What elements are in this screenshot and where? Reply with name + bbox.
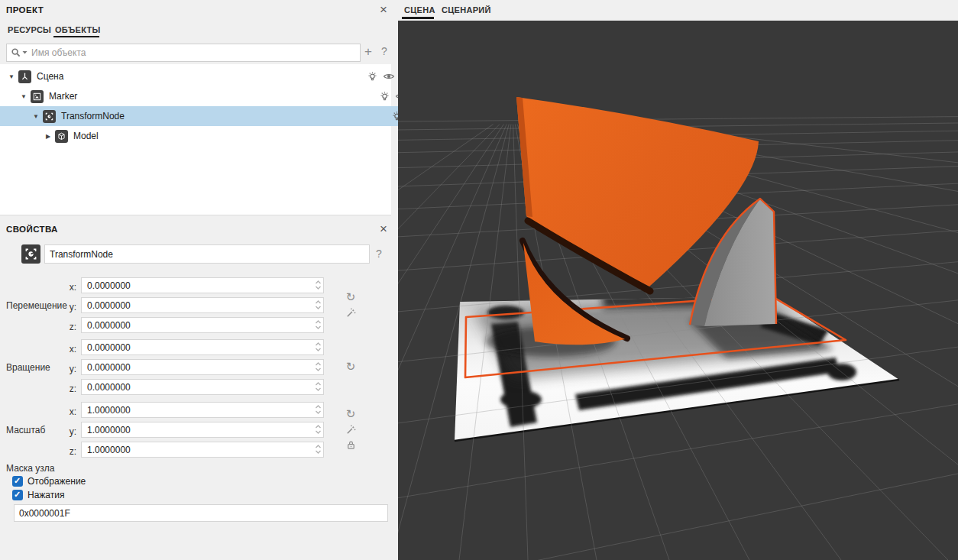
display-checkbox[interactable]: Отображение: [12, 476, 86, 487]
axis-label: z:: [55, 322, 76, 332]
tab-objects[interactable]: ОБЪЕКТЫ: [55, 25, 101, 34]
rotation-z-field[interactable]: [81, 379, 324, 395]
reset-translation-icon[interactable]: ↻: [344, 290, 358, 304]
spinner-icon[interactable]: [315, 299, 322, 314]
tree-item-model[interactable]: ▶ Model: [0, 126, 434, 146]
marker-icon: [31, 90, 44, 103]
rotation-group-label: Вращение: [6, 362, 50, 373]
object-tree: ▼ Сцена ▼ Marker: [0, 64, 391, 215]
scale-z-input[interactable]: [81, 442, 324, 458]
translation-y-input[interactable]: [81, 297, 324, 313]
spinner-icon[interactable]: [315, 279, 322, 294]
lock-scale-icon[interactable]: [344, 438, 358, 452]
translation-z-field[interactable]: [81, 317, 324, 333]
rotation-x-input[interactable]: [81, 339, 324, 355]
scene-viewport[interactable]: [398, 21, 958, 560]
transform-icon: [43, 110, 56, 123]
properties-close-icon[interactable]: ×: [380, 224, 387, 235]
axis-label: y:: [55, 364, 76, 374]
active-viewport-tab-underline: [402, 17, 434, 19]
project-close-icon[interactable]: ×: [380, 5, 387, 15]
rotation-x-field[interactable]: [81, 339, 324, 355]
spinner-icon[interactable]: [315, 443, 322, 458]
model-cube-icon: [55, 130, 68, 143]
rotation-y-field[interactable]: [81, 359, 324, 375]
scale-x-input[interactable]: [81, 402, 324, 418]
expand-arrow-icon[interactable]: ▼: [18, 93, 29, 100]
reset-scale-icon[interactable]: ↻: [344, 407, 358, 421]
axis-label: x:: [55, 282, 76, 293]
axis-label: y:: [55, 426, 76, 437]
scale-x-field[interactable]: [81, 402, 324, 418]
search-icon[interactable]: [7, 47, 30, 59]
rotation-y-input[interactable]: [81, 359, 324, 375]
tree-item-label: TransformNode: [59, 111, 388, 121]
tree-item-label: Сцена: [34, 71, 364, 82]
axis-label: y:: [55, 302, 76, 312]
tree-item-label: Marker: [47, 91, 376, 102]
scene-tripod-icon: [18, 70, 31, 83]
node-mask-label: Маска узла: [6, 463, 54, 474]
scale-y-input[interactable]: [81, 422, 324, 438]
spinner-icon[interactable]: [315, 380, 322, 396]
tab-scene[interactable]: СЦЕНА: [404, 5, 435, 15]
tab-resources[interactable]: РЕСУРСЫ: [8, 25, 51, 34]
spinner-icon[interactable]: [315, 403, 322, 419]
reset-rotation-icon[interactable]: ↻: [344, 360, 358, 374]
checkbox-label: Отображение: [28, 476, 86, 487]
project-help-button[interactable]: ?: [381, 45, 387, 57]
highlight-bulb-icon[interactable]: [364, 70, 380, 83]
spinner-icon[interactable]: [315, 319, 322, 334]
wand-scale-icon[interactable]: [344, 422, 358, 436]
panel-divider: [0, 215, 391, 215]
application-window: ПРОЕКТ × РЕСУРСЫ ОБЪЕКТЫ + ? ▼ Сцена ▼: [0, 0, 958, 560]
expand-arrow-icon[interactable]: ▼: [6, 73, 17, 80]
collapse-arrow-icon[interactable]: ▶: [43, 133, 53, 140]
properties-help-button[interactable]: ?: [376, 248, 382, 260]
spinner-icon[interactable]: [315, 341, 322, 356]
wand-translation-icon[interactable]: [344, 306, 358, 319]
viewport-background: [398, 21, 958, 560]
project-panel-title: ПРОЕКТ: [6, 5, 44, 15]
properties-panel-title: СВОЙСТВА: [6, 225, 58, 234]
translation-x-input[interactable]: [81, 277, 324, 293]
expand-arrow-icon[interactable]: ▼: [31, 113, 41, 120]
tab-scenario[interactable]: СЦЕНАРИЙ: [442, 5, 491, 15]
tree-item-transformnode[interactable]: ▼ TransformNode: [0, 106, 422, 126]
tree-item-scene[interactable]: ▼ Сцена: [0, 66, 397, 86]
visibility-eye-icon[interactable]: [380, 70, 397, 83]
axis-label: z:: [55, 446, 76, 457]
spinner-icon[interactable]: [315, 361, 322, 376]
checkbox-checked-icon[interactable]: [12, 476, 23, 487]
rotation-z-input[interactable]: [81, 379, 324, 395]
checkbox-label: Нажатия: [28, 490, 64, 500]
translation-y-field[interactable]: [81, 297, 324, 313]
scale-y-field[interactable]: [81, 422, 324, 438]
translation-x-field[interactable]: [81, 277, 324, 293]
axis-label: x:: [55, 344, 76, 354]
scene-3d-render: [398, 21, 958, 560]
scale-group-label: Масштаб: [6, 425, 45, 435]
active-tab-underline: [53, 36, 99, 37]
scale-z-field[interactable]: [81, 442, 324, 458]
viewport-tabbar: СЦЕНА СЦЕНАРИЙ: [392, 0, 958, 21]
search-input[interactable]: [30, 47, 360, 59]
clicks-checkbox[interactable]: Нажатия: [12, 490, 64, 500]
checkbox-checked-icon[interactable]: [12, 490, 23, 500]
axis-label: x:: [55, 406, 76, 417]
transform-icon: [21, 244, 40, 264]
tree-item-label: Model: [71, 131, 400, 141]
add-object-button[interactable]: +: [364, 44, 372, 60]
highlight-bulb-icon[interactable]: [376, 89, 393, 103]
object-search[interactable]: [6, 44, 361, 62]
spinner-icon[interactable]: [315, 423, 322, 439]
tree-item-marker[interactable]: ▼ Marker: [0, 86, 409, 106]
node-name-field[interactable]: [44, 244, 370, 264]
translation-z-input[interactable]: [81, 317, 324, 333]
node-mask-value-field[interactable]: [14, 504, 388, 522]
axis-label: z:: [55, 384, 76, 394]
